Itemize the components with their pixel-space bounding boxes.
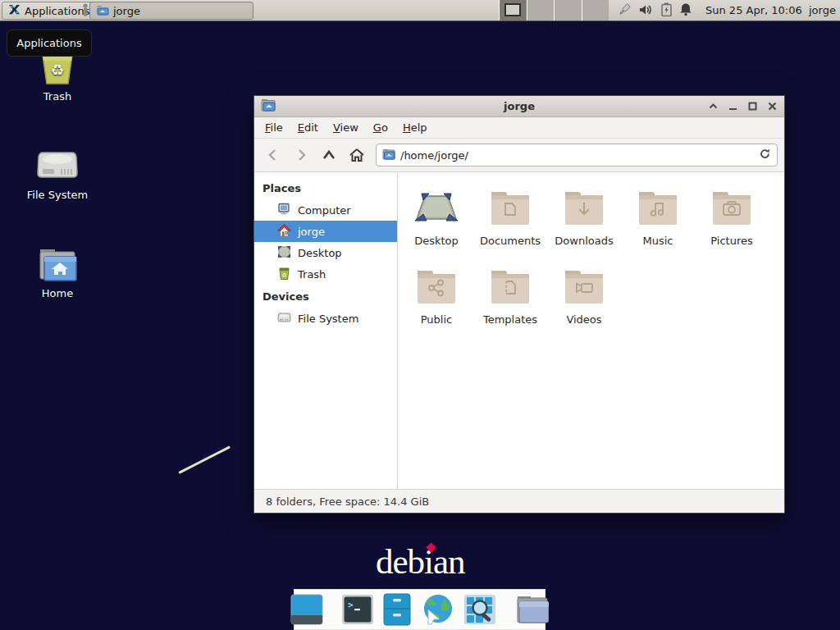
desktop-icon-file-system[interactable]: File System [18, 141, 97, 201]
public-folder-icon [399, 262, 473, 310]
applications-menu-label: Applications [25, 5, 89, 17]
file-item-label: Pictures [695, 235, 769, 247]
file-item-label: Videos [547, 313, 621, 326]
tooltip-text: Applications [16, 37, 81, 49]
folder-icon[interactable] [514, 594, 549, 625]
file-item-desktop[interactable]: Desktop [399, 184, 473, 262]
trash-icon: ♻ [277, 267, 291, 282]
statusbar-text: 8 folders, Free space: 14.4 GiB [266, 495, 429, 508]
debian-wallpaper-logo: debian [376, 541, 474, 581]
menu-edit[interactable]: Edit [290, 118, 326, 137]
file-item-pictures[interactable]: Pictures [695, 184, 769, 262]
file-manager-icon[interactable] [383, 593, 411, 626]
taskbar-folder-icon [96, 4, 109, 18]
computer-icon [277, 203, 291, 218]
menu-help[interactable]: Help [395, 118, 435, 137]
places-header: Places [254, 176, 397, 199]
file-item-templates[interactable]: Templates [473, 262, 547, 341]
svg-text:♻: ♻ [50, 61, 64, 79]
close-button[interactable] [767, 101, 778, 112]
devices-header: Devices [254, 285, 397, 308]
file-item-label: Downloads [547, 235, 621, 247]
downloads-folder-icon [547, 184, 621, 231]
menu-go[interactable]: Go [366, 118, 395, 137]
sidebar-item-label: File System [298, 313, 358, 325]
svg-text:♻: ♻ [281, 272, 286, 278]
workspace-window-thumb [504, 3, 521, 16]
web-browser-icon[interactable] [420, 593, 454, 626]
show-desktop-icon[interactable] [290, 594, 323, 625]
sidebar-item-trash[interactable]: ♻ Trash [254, 263, 397, 285]
sidebar-item-desktop[interactable]: Desktop [254, 242, 397, 263]
maximize-button[interactable] [747, 101, 758, 112]
bottom-dock: > [294, 589, 546, 630]
taskbar-window-button[interactable]: jorge [89, 2, 253, 20]
workspace-switcher[interactable] [499, 0, 609, 21]
desktop-icon-label: Trash [18, 90, 97, 103]
window-menubar: File Edit View Go Help [254, 117, 784, 139]
svg-text:>: > [348, 600, 354, 610]
file-item-label: Desktop [399, 235, 473, 247]
taskbar-window-label: jorge [113, 5, 140, 17]
workspace-3[interactable] [555, 0, 582, 21]
window-titlebar[interactable]: jorge [254, 96, 784, 117]
sidebar-item-label: Trash [298, 268, 326, 281]
workspace-4[interactable] [582, 0, 609, 21]
bell-icon[interactable] [679, 2, 692, 19]
pictures-folder-icon [695, 184, 769, 231]
location-bar[interactable]: /home/jorge/ [376, 144, 778, 167]
documents-folder-icon [473, 184, 547, 231]
home-icon [277, 224, 291, 240]
desktop-icon-label: File System [18, 189, 97, 201]
file-manager-window: jorge File Edit View Go Help [253, 95, 785, 514]
file-item-label: Templates [473, 313, 547, 326]
panel-username[interactable]: jorge [809, 0, 836, 21]
hard-drive-icon [18, 141, 97, 184]
window-statusbar: 8 folders, Free space: 14.4 GiB [254, 489, 784, 513]
forward-button[interactable] [289, 143, 313, 167]
menu-file[interactable]: File [258, 118, 290, 137]
videos-folder-icon [547, 262, 621, 310]
music-folder-icon [621, 184, 695, 231]
sidebar-item-label: jorge [298, 226, 325, 238]
stylus-icon[interactable] [617, 2, 632, 20]
sidebar-item-jorge[interactable]: jorge [254, 221, 397, 242]
volume-icon[interactable] [639, 3, 654, 19]
cursor-trail-line [178, 445, 231, 473]
desktop-icon-home[interactable]: Home [18, 240, 97, 299]
applications-menu-icon [8, 3, 21, 18]
application-finder-icon[interactable] [463, 594, 496, 625]
file-item-music[interactable]: Music [621, 184, 695, 262]
file-item-label: Documents [473, 235, 547, 247]
window-title: jorge [254, 100, 784, 112]
templates-folder-icon [473, 262, 547, 310]
battery-icon[interactable] [661, 2, 672, 19]
file-item-videos[interactable]: Videos [547, 262, 621, 341]
top-panel: Applications ●●● jorge [0, 0, 840, 21]
file-item-downloads[interactable]: Downloads [547, 184, 621, 262]
panel-separator-handle[interactable]: ●●● [83, 4, 88, 17]
sidebar-item-file-system[interactable]: File System [254, 308, 397, 329]
shade-button[interactable] [708, 101, 719, 112]
home-folder-icon [18, 240, 97, 282]
sidebar-item-label: Desktop [298, 247, 342, 259]
panel-clock[interactable]: Sun 25 Apr, 10:06 [705, 0, 802, 21]
sidebar-item-computer[interactable]: Computer [254, 199, 397, 221]
reload-icon[interactable] [759, 148, 771, 162]
workspace-1[interactable] [500, 0, 527, 21]
up-button[interactable] [317, 143, 341, 167]
minimize-button[interactable] [728, 101, 738, 112]
workspace-2[interactable] [527, 0, 555, 21]
location-path-text[interactable]: /home/jorge/ [400, 149, 754, 162]
file-item-documents[interactable]: Documents [473, 184, 547, 262]
places-sidebar: Places Computer [254, 172, 398, 489]
terminal-icon[interactable]: > [341, 594, 374, 625]
file-item-public[interactable]: Public [399, 262, 473, 341]
menu-view[interactable]: View [326, 118, 366, 137]
home-button[interactable] [345, 143, 369, 167]
file-grid: Desktop Documents [398, 172, 784, 489]
applications-tooltip: Applications [7, 30, 92, 57]
back-button[interactable] [261, 143, 285, 167]
pathbar-folder-icon [382, 148, 395, 162]
system-tray [617, 0, 692, 21]
